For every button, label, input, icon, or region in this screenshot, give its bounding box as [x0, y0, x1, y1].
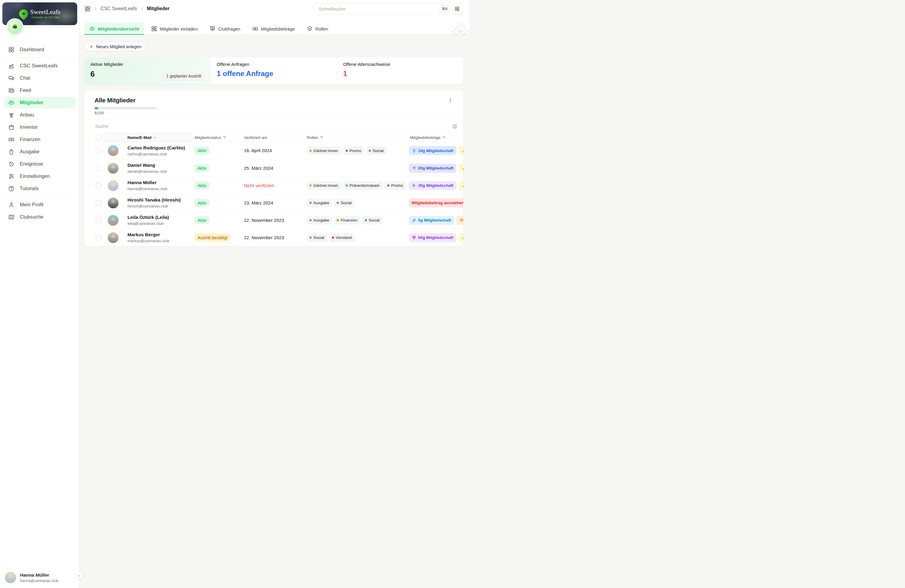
quick-search-input[interactable] [318, 6, 437, 12]
add-member-button[interactable]: Neues Mitglied anlegen [84, 42, 146, 51]
role-dot [365, 219, 367, 221]
nav-divider [0, 57, 79, 58]
role-dot [337, 202, 339, 204]
role-dot [310, 184, 311, 186]
sidebar-item-ereignisse[interactable]: Ereignisse [3, 158, 75, 170]
qr-scan-button[interactable] [452, 4, 462, 13]
row-checkbox[interactable] [96, 183, 101, 188]
sidebar-item-chat[interactable]: Chat [3, 72, 75, 84]
chat-icon [8, 75, 15, 81]
tab-mitgliedsbeitraege[interactable]: Mitgliedsbeiträge [248, 22, 300, 35]
quick-search[interactable]: ⌘K [314, 3, 463, 14]
filter-icon[interactable] [320, 136, 324, 140]
sidebar-item-tutorials[interactable]: Tutorials [3, 183, 75, 194]
verified-date: 16. April 2024 [241, 148, 304, 153]
column-header-verified[interactable]: Verifiziert am [241, 135, 304, 140]
sidebar-item-feed[interactable]: Feed [3, 84, 75, 96]
sidebar-item-ausgabe[interactable]: Ausgabe [3, 146, 75, 157]
role-label: Präventionsteam [349, 183, 380, 188]
sidebar-item-dashboard[interactable]: Dashboard [3, 44, 75, 56]
sidebar-item-mein-profil[interactable]: Mein Profil [3, 199, 75, 210]
member-name: Daniel Wang [127, 162, 192, 168]
role-chip: Gärtner:innen [307, 146, 341, 155]
row-checkbox[interactable] [96, 148, 101, 153]
sidebar-item-anbau[interactable]: Anbau [3, 109, 75, 121]
sidebar-item-clubsuche[interactable]: Clubsuche [3, 211, 75, 223]
contributions-cell: 5g MitgliedschaftV [408, 216, 463, 225]
stat-title: Aktive Mitglieder [90, 62, 205, 67]
role-chip: Ausgabe [307, 199, 332, 207]
table-row[interactable]: Daniel Wangdaniel@cannanas.clubAktiv25. … [84, 159, 463, 176]
role-chip: Finanzen [334, 216, 360, 224]
cap-icon [459, 218, 463, 222]
table-row[interactable]: Hiroshi Tanaka (Hiroshi)hiroshi@cannanas… [84, 194, 463, 211]
contribution-pill [459, 146, 463, 155]
role-label: Finanzen [341, 218, 357, 222]
filter-icon[interactable] [223, 136, 227, 140]
table-search-input[interactable] [95, 123, 452, 129]
sidebar-nav: Dashboard CSC SweetLeafsChatFeedMitglied… [0, 42, 79, 305]
row-checkbox[interactable] [96, 235, 101, 240]
sidebar: SweetLeafs Cannabis Social Club Dashboar… [0, 0, 79, 305]
sidebar-item-mitglieder[interactable]: Mitglieder [3, 97, 75, 108]
row-checkbox[interactable] [96, 218, 101, 223]
column-header-contributions[interactable]: Mitgliedsbeiträge [408, 135, 463, 140]
sidebar-item-label: Finanzen [20, 137, 40, 142]
column-header-roles[interactable]: Rollen [304, 135, 408, 140]
tab-mitgliederuebersicht[interactable]: Mitgliederübersicht [84, 22, 144, 35]
avatar [108, 163, 119, 174]
filter-icon[interactable] [442, 136, 446, 140]
tab-rollen[interactable]: Rollen [302, 22, 333, 35]
sidebar-item-csc-sweetleafs[interactable]: CSC SweetLeafs [3, 60, 75, 72]
role-chip: Promo [343, 146, 365, 155]
sidebar-item-label: Anbau [20, 112, 34, 118]
column-header-status[interactable]: Mitgliedsstatus [192, 135, 241, 140]
table-row[interactable]: Leila Öztürk (Leila)leila@cannanas.clubA… [84, 211, 463, 229]
columns-icon[interactable] [452, 124, 457, 129]
breadcrumb-club-link[interactable]: CSC SweetLeafs [100, 6, 137, 11]
apps-grid-icon[interactable] [84, 6, 90, 12]
member-name: Markus Berger [127, 232, 192, 237]
contribution-label: 50g Mitgliedschaft [418, 235, 453, 240]
tab-clubfragen[interactable]: Clubfragen [205, 22, 245, 35]
roles-cell: AusgabeFinanzenSocial [304, 216, 408, 224]
contribution-pill: 5g Mitgliedschaft [409, 216, 454, 225]
row-checkbox[interactable] [96, 165, 101, 171]
role-label: Ausgabe [313, 200, 329, 205]
stat-title: Offene Anfragen [217, 62, 331, 67]
role-chip: Social [307, 234, 327, 242]
column-header-name[interactable]: Name/E-Mail [103, 133, 192, 141]
kebab-icon [448, 98, 453, 103]
qr-code-icon [455, 6, 460, 11]
chevron-right-icon [94, 6, 98, 11]
contribution-pill [459, 164, 463, 173]
sidebar-item-einstellungen[interactable]: Einstellungen [3, 170, 75, 182]
stat-card-open-age-proofs[interactable]: Offene Altersnachweise 1 [337, 57, 463, 84]
sidebar-item-finanzen[interactable]: Finanzen [3, 133, 75, 145]
verified-date: Nicht verifiziert [241, 183, 304, 188]
table-row[interactable]: Hanna Müllerhanna@cannanas.clubAktivNich… [84, 176, 463, 194]
table-menu-button[interactable] [446, 96, 454, 105]
members-icon [8, 99, 15, 106]
banknote-icon [252, 26, 258, 32]
table-row[interactable]: Carlos Rodriguez (Carlito)carlos@cannana… [84, 142, 463, 159]
sort-asc-icon [153, 136, 157, 140]
contributions-cell: 50g Mitgliedschaft [408, 233, 463, 242]
contributions-cell: 20g Mitgliedschaft [408, 164, 463, 173]
stat-card-open-requests[interactable]: Offene Anfragen 1 offene Anfrage [210, 57, 337, 84]
stat-card-active-members[interactable]: Aktive Mitglieder 6 1 geplanter Austritt [84, 57, 210, 84]
select-all-checkbox[interactable] [96, 135, 101, 140]
role-label: Promo [349, 148, 362, 153]
table-row[interactable]: Markus Bergermarkus@cannanas.clubAustrit… [84, 229, 463, 246]
contribution-label: 10g Mitgliedschaft [418, 148, 453, 153]
tab-mitglieder-einladen[interactable]: Mitglieder einladen [146, 22, 202, 35]
status-badge: Austritt bestätigt [195, 234, 230, 242]
sidebar-item-label: Ereignisse [20, 161, 43, 167]
map-icon [8, 214, 15, 220]
club-logo-avatar[interactable] [6, 18, 23, 35]
tab-label: Mitgliederübersicht [98, 26, 139, 32]
chevron-right-icon [140, 6, 144, 11]
sidebar-item-inventar[interactable]: Inventar [3, 121, 75, 133]
sparkles-icon [412, 166, 416, 170]
row-checkbox[interactable] [96, 200, 101, 206]
